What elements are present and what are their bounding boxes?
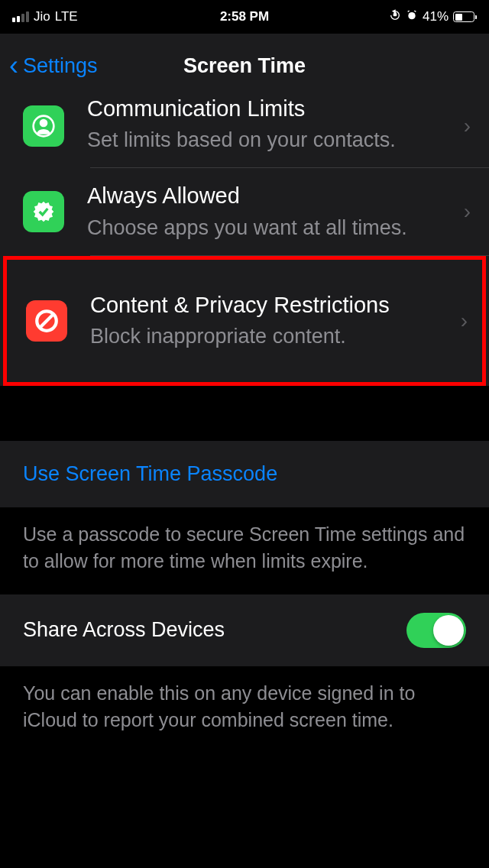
toggle-label: Share Across Devices [23, 618, 225, 642]
settings-group: Communication Limits Set limits based on… [0, 98, 489, 386]
row-always-allowed[interactable]: Always Allowed Choose apps you want at a… [0, 168, 489, 254]
battery-icon [453, 11, 477, 22]
svg-line-5 [40, 314, 53, 327]
share-footer: You can enable this on any device signed… [0, 666, 489, 753]
signal-icon [12, 11, 29, 22]
chevron-right-icon: › [464, 199, 471, 224]
row-title: Always Allowed [87, 182, 456, 209]
page-title: Screen Time [183, 54, 306, 78]
row-title: Communication Limits [87, 95, 456, 122]
row-use-passcode[interactable]: Use Screen Time Passcode [0, 441, 489, 507]
carrier-label: Jio [34, 9, 50, 24]
row-communication-limits[interactable]: Communication Limits Set limits based on… [0, 98, 489, 167]
svg-rect-0 [393, 14, 396, 16]
row-title: Content & Privacy Restrictions [90, 291, 453, 319]
back-button[interactable]: ‹ Settings [9, 52, 98, 79]
row-subtitle: Block inappropriate content. [90, 323, 453, 350]
alarm-icon [406, 9, 418, 25]
status-right: 41% [389, 9, 477, 25]
battery-percent: 41% [423, 9, 449, 24]
back-label: Settings [23, 54, 98, 78]
action-label: Use Screen Time Passcode [23, 462, 466, 486]
status-left: Jio LTE [12, 9, 78, 24]
clock: 2:58 PM [220, 9, 269, 24]
row-content-privacy[interactable]: Content & Privacy Restrictions Block ina… [3, 256, 486, 386]
svg-point-3 [40, 120, 47, 126]
chevron-right-icon: › [464, 114, 471, 138]
row-subtitle: Choose apps you want at all times. [87, 215, 456, 241]
chevron-right-icon: › [461, 309, 468, 333]
svg-point-1 [408, 12, 415, 19]
row-share-devices: Share Across Devices [0, 594, 489, 666]
passcode-footer: Use a passcode to secure Screen Time set… [0, 507, 489, 594]
chevron-left-icon: ‹ [9, 52, 18, 79]
no-sign-icon [26, 300, 67, 342]
nav-bar: ‹ Settings Screen Time [0, 34, 489, 98]
row-subtitle: Set limits based on your contacts. [87, 127, 456, 154]
status-bar: Jio LTE 2:58 PM 41% [0, 0, 489, 34]
share-devices-toggle[interactable] [406, 613, 466, 648]
person-circle-icon [23, 105, 64, 147]
orientation-lock-icon [389, 9, 401, 25]
network-label: LTE [55, 9, 78, 24]
checkmark-seal-icon [23, 191, 64, 232]
